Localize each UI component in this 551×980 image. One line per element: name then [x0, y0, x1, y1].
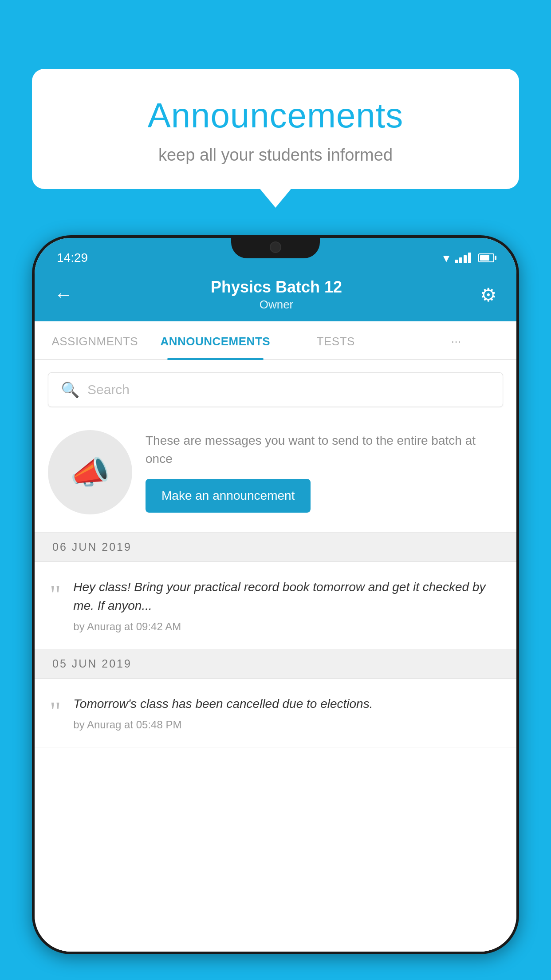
promo-icon-circle: 📣: [48, 430, 132, 514]
megaphone-icon: 📣: [70, 454, 110, 491]
quote-icon-1: ": [50, 581, 61, 608]
bubble-title: Announcements: [67, 95, 484, 136]
make-announcement-button[interactable]: Make an announcement: [146, 479, 311, 513]
battery-icon: [478, 253, 494, 262]
bubble-subtitle: keep all your students informed: [67, 146, 484, 165]
status-icons: ▾: [443, 251, 494, 265]
announcement-content-1: Hey class! Bring your practical record b…: [73, 578, 501, 633]
announcement-text-1: Hey class! Bring your practical record b…: [73, 578, 501, 615]
promo-section: 📣 These are messages you want to send to…: [35, 417, 516, 533]
announcement-item-2[interactable]: " Tomorrow's class has been cancelled du…: [35, 679, 516, 747]
announcement-text-2: Tomorrow's class has been cancelled due …: [73, 695, 501, 713]
search-icon: 🔍: [61, 381, 79, 399]
status-time: 14:29: [57, 251, 88, 265]
tab-announcements[interactable]: ANNOUNCEMENTS: [155, 321, 276, 359]
tab-tests[interactable]: TESTS: [276, 321, 396, 359]
date-divider-2: 05 JUN 2019: [35, 649, 516, 679]
signal-icon: [455, 253, 471, 263]
search-placeholder: Search: [87, 382, 130, 397]
speech-bubble-section: Announcements keep all your students inf…: [32, 69, 519, 189]
date-divider-1: 06 JUN 2019: [35, 533, 516, 562]
tab-assignments[interactable]: ASSIGNMENTS: [35, 321, 155, 359]
speech-bubble: Announcements keep all your students inf…: [32, 69, 519, 189]
announcement-item-1[interactable]: " Hey class! Bring your practical record…: [35, 562, 516, 649]
camera-dot: [270, 241, 281, 253]
phone-mockup: 14:29 ▾ ← Phys: [32, 235, 519, 954]
header-title-area: Physics Batch 12 Owner: [73, 278, 480, 312]
back-button[interactable]: ←: [54, 284, 73, 305]
tab-more[interactable]: ···: [396, 321, 517, 359]
promo-text-area: These are messages you want to send to t…: [146, 432, 503, 512]
phone-notch: [231, 235, 320, 258]
announcement-content-2: Tomorrow's class has been cancelled due …: [73, 695, 501, 731]
settings-icon[interactable]: ⚙: [480, 284, 497, 306]
wifi-icon: ▾: [443, 251, 449, 265]
search-bar[interactable]: 🔍 Search: [48, 372, 503, 407]
header-title: Physics Batch 12: [73, 278, 480, 296]
quote-icon-2: ": [50, 697, 61, 725]
promo-description: These are messages you want to send to t…: [146, 432, 503, 468]
announcement-meta-1: by Anurag at 09:42 AM: [73, 620, 501, 633]
app-header: ← Physics Batch 12 Owner ⚙: [35, 268, 516, 321]
tabs-bar: ASSIGNMENTS ANNOUNCEMENTS TESTS ···: [35, 321, 516, 360]
screen-content: 🔍 Search 📣 These are messages you want t…: [35, 360, 516, 952]
phone-screen: 14:29 ▾ ← Phys: [35, 238, 516, 952]
phone-container: 14:29 ▾ ← Phys: [32, 235, 519, 980]
header-subtitle: Owner: [73, 298, 480, 312]
announcement-meta-2: by Anurag at 05:48 PM: [73, 719, 501, 731]
